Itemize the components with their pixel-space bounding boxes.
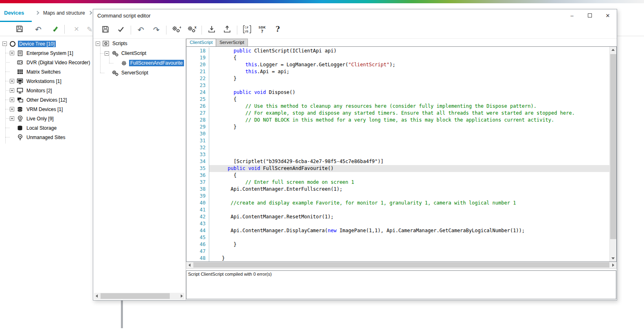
scrollbar-thumb[interactable] (101, 293, 170, 299)
code-line-37[interactable]: 37 // Enter full screen mode on screen 1 (186, 179, 609, 186)
scroll-down-icon[interactable] (611, 257, 615, 259)
code-line-40[interactable]: 40 //create and display example Favorite… (186, 200, 609, 207)
code-line-44[interactable]: 44 Api.ContentManager.DisplayCamera(new … (186, 227, 609, 234)
device-tree-item[interactable]: Unmanaged Sites (0, 133, 92, 142)
script-tree-item-clientscript[interactable]: ClientScript (93, 48, 186, 58)
code-line-43[interactable]: 43 (186, 220, 609, 227)
script-tree-item-fullscreenandfavourite[interactable]: FullScreenAndFavourite (93, 58, 186, 68)
code-line-18[interactable]: 18 public ClientScript(IClientApi api) (186, 48, 609, 54)
code-line-45[interactable]: 45 (186, 234, 609, 241)
line-number: 42 (186, 213, 209, 220)
gear-remove-button[interactable]: x (185, 24, 198, 36)
sdk-help-button[interactable]: SDK? (256, 24, 269, 36)
script-tree-item-serverscript[interactable]: ServerScript (93, 68, 186, 78)
collapse-toggle-icon[interactable] (2, 41, 7, 46)
collapse-toggle-icon[interactable] (105, 51, 109, 56)
tab-maps-and-structure[interactable]: Maps and structure (43, 10, 85, 16)
device-tree-item[interactable]: Local Storage (0, 123, 92, 133)
gear-add-icon: + (171, 25, 181, 35)
csharp-vb-icon: C#VB (242, 25, 252, 35)
code-line-36[interactable]: 36 { (186, 172, 609, 179)
scroll-left-icon[interactable] (188, 263, 191, 267)
delete-button[interactable]: ✕ (71, 24, 82, 35)
device-tree-item[interactable]: DVR (Digital Video Recorder) (0, 58, 92, 67)
check-button[interactable] (114, 24, 127, 36)
tab-devices[interactable]: Devices (4, 10, 24, 16)
undo-button[interactable]: ↶ (134, 24, 147, 36)
code-line-27[interactable]: 27 // For example, stop and dispose any … (186, 110, 609, 117)
code-line-39[interactable]: 39 (186, 193, 609, 200)
minimize-button[interactable]: – (563, 9, 581, 22)
code-line-34[interactable]: 34 [Scriptlet("b393d429-6cba-42e7-98f5-4… (186, 158, 609, 165)
expand-toggle-icon[interactable] (10, 116, 14, 121)
dialog-titlebar[interactable]: Command script editor –✕ (93, 9, 617, 22)
code-line-21[interactable]: 21 this.Api = api; (186, 68, 609, 75)
code-line-22[interactable]: 22 } (186, 75, 609, 82)
tree-item-label: DVR (Digital Video Recorder) (25, 59, 92, 66)
code-editor[interactable]: 18 public ClientScript(IClientApi api)19… (186, 46, 617, 262)
script-tree-hscrollbar[interactable] (94, 293, 184, 299)
code-line-33[interactable]: 33 (186, 151, 609, 158)
device-tree-item[interactable]: VRM Devices [1] (0, 105, 92, 114)
scroll-right-icon[interactable] (612, 263, 614, 267)
code-line-29[interactable]: 29 } (186, 124, 609, 131)
code-line-48[interactable]: 48 } (186, 255, 609, 262)
code-line-32[interactable]: 32 (186, 144, 609, 151)
code-line-19[interactable]: 19 { (186, 54, 609, 61)
device-tree-item[interactable]: Live Only [9] (0, 114, 92, 123)
code-line-31[interactable]: 31 (186, 137, 609, 144)
code-line-47[interactable]: 47 (186, 248, 609, 255)
line-number: 35 (186, 165, 209, 172)
expand-toggle-icon[interactable] (10, 88, 14, 93)
device-tree-root[interactable]: Device Tree [10] (0, 39, 92, 48)
gear-add-button[interactable]: + (170, 24, 183, 36)
save-button[interactable] (14, 24, 25, 35)
code-line-41[interactable]: 41 (186, 207, 609, 213)
device-tree: Device Tree [10]Enterprise System [1]DVR… (0, 39, 92, 331)
close-button[interactable]: ✕ (599, 9, 617, 22)
device-tree-item[interactable]: Matrix Switches (0, 67, 92, 76)
scroll-left-icon[interactable] (96, 294, 98, 298)
code-line-23[interactable]: 23 (186, 82, 609, 89)
code-line-38[interactable]: 38 Api.ContentManager.EnterFullscreen(1)… (186, 186, 609, 193)
expand-toggle-icon[interactable] (10, 51, 14, 55)
code-line-24[interactable]: 24 public void Dispose() (186, 89, 609, 96)
expand-toggle-icon[interactable] (10, 98, 14, 102)
device-tree-item[interactable]: Workstations [1] (0, 76, 92, 86)
tab-serverscript[interactable]: ServerScript (216, 39, 248, 46)
scrollbar-thumb[interactable] (610, 54, 616, 239)
code-line-35[interactable]: 35 public void FullScreenAndFavourite() (186, 165, 609, 172)
code-vscrollbar[interactable] (609, 47, 616, 261)
assign-hand-button[interactable] (50, 24, 61, 35)
code-text (209, 151, 609, 158)
scroll-up-icon[interactable] (611, 49, 615, 51)
undo-button[interactable]: ↶ (33, 24, 44, 35)
code-line-20[interactable]: 20 this.Logger = LogManager.GetLogger("C… (186, 61, 609, 68)
device-tree-item[interactable]: Other Devices [12] (0, 95, 92, 105)
tab-clientscript[interactable]: ClientScript (186, 39, 216, 46)
code-line-42[interactable]: 42 Api.ContentManager.ResetMonitor(1); (186, 213, 609, 220)
code-line-46[interactable]: 46 } (186, 241, 609, 248)
csharp-vb-button[interactable]: C#VB (241, 24, 254, 36)
device-tree-item[interactable]: Monitors [2] (0, 86, 92, 95)
code-line-30[interactable]: 30 (186, 131, 609, 137)
save-button[interactable] (99, 24, 112, 36)
script-tree-item-scripts[interactable]: Scripts (93, 39, 186, 48)
expand-toggle-icon[interactable] (10, 79, 14, 83)
scroll-right-icon[interactable] (181, 294, 183, 298)
code-line-26[interactable]: 26 // Use this method to cleanup any res… (186, 103, 609, 110)
code-hscrollbar[interactable] (186, 262, 617, 269)
scrollbar-thumb[interactable] (193, 262, 609, 268)
expand-toggle-icon[interactable] (10, 107, 14, 111)
line-number: 32 (186, 144, 209, 151)
code-line-28[interactable]: 28 // DO NOT BLOCK in this method for a … (186, 117, 609, 124)
panel-splitter[interactable] (121, 301, 123, 328)
code-line-25[interactable]: 25 { (186, 96, 609, 103)
export-button[interactable] (221, 24, 234, 36)
import-button[interactable] (205, 24, 218, 36)
device-tree-item[interactable]: Enterprise System [1] (0, 48, 92, 58)
help-button[interactable]: ? (272, 24, 285, 36)
redo-button[interactable]: ↷ (150, 24, 163, 36)
maximize-button[interactable] (581, 9, 599, 22)
collapse-toggle-icon[interactable] (96, 41, 100, 46)
